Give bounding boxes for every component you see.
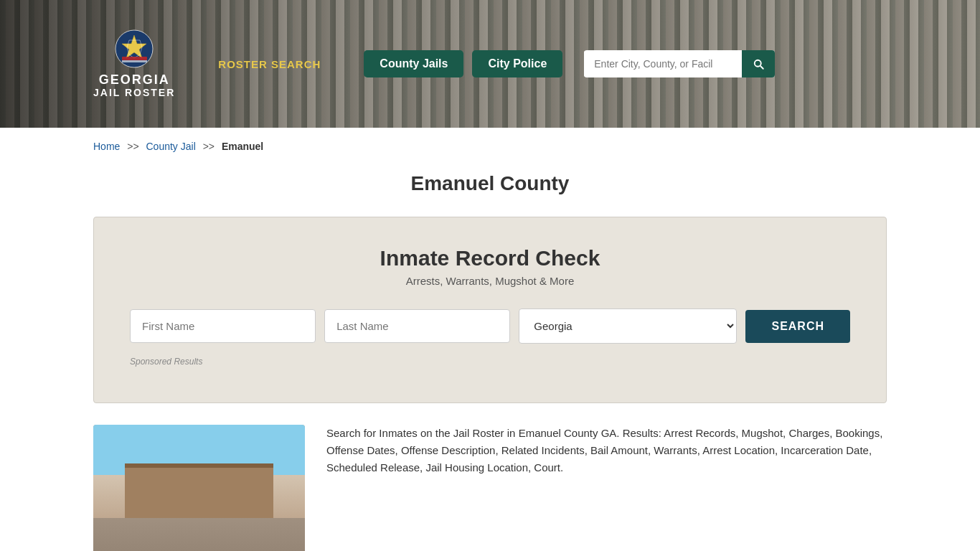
state-select[interactable]: AlabamaAlaskaArizonaArkansasCaliforniaCo…: [519, 309, 737, 344]
breadcrumb-home[interactable]: Home: [93, 141, 120, 152]
svg-rect-2: [122, 57, 147, 60]
breadcrumb-current: Emanuel: [222, 141, 263, 152]
sponsored-results-label: Sponsored Results: [130, 357, 850, 367]
inmate-search-button[interactable]: SEARCH: [745, 310, 850, 343]
county-jails-button[interactable]: County Jails: [364, 50, 463, 77]
georgia-seal-icon: [115, 29, 154, 69]
logo-jail-roster-text: JAIL ROSTER: [93, 87, 175, 98]
building-illustration: [93, 425, 305, 551]
header: GEORGIA JAIL ROSTER ROSTER SEARCH County…: [0, 0, 980, 128]
city-police-button[interactable]: City Police: [472, 50, 562, 77]
inmate-record-subtitle: Arrests, Warrants, Mugshot & More: [130, 275, 850, 287]
roster-search-link[interactable]: ROSTER SEARCH: [218, 58, 321, 70]
header-search-area: [584, 50, 775, 77]
inmate-record-box: Inmate Record Check Arrests, Warrants, M…: [93, 217, 887, 403]
bottom-description: Search for Inmates on the Jail Roster in…: [326, 425, 887, 476]
inmate-search-form: AlabamaAlaskaArizonaArkansasCaliforniaCo…: [130, 309, 850, 344]
page-title: Emanuel County: [0, 172, 980, 195]
bottom-section: Search for Inmates on the Jail Roster in…: [0, 403, 980, 551]
last-name-input[interactable]: [324, 309, 510, 343]
nav-buttons: County Jails City Police: [364, 50, 562, 77]
first-name-input[interactable]: [130, 309, 316, 343]
header-search-input[interactable]: [584, 51, 742, 77]
page-title-area: Emanuel County: [0, 165, 980, 217]
breadcrumb-sep-2: >>: [203, 141, 215, 152]
breadcrumb-county-jail[interactable]: County Jail: [146, 141, 196, 152]
breadcrumb-sep-1: >>: [127, 141, 138, 152]
search-icon: [752, 57, 765, 70]
logo-area: GEORGIA JAIL ROSTER: [93, 29, 175, 99]
logo-georgia-text: GEORGIA: [99, 73, 170, 88]
svg-rect-3: [122, 60, 147, 62]
header-search-button[interactable]: [742, 50, 775, 77]
inmate-record-title: Inmate Record Check: [130, 246, 850, 270]
building-image: [93, 425, 305, 551]
breadcrumb: Home >> County Jail >> Emanuel: [0, 128, 980, 165]
